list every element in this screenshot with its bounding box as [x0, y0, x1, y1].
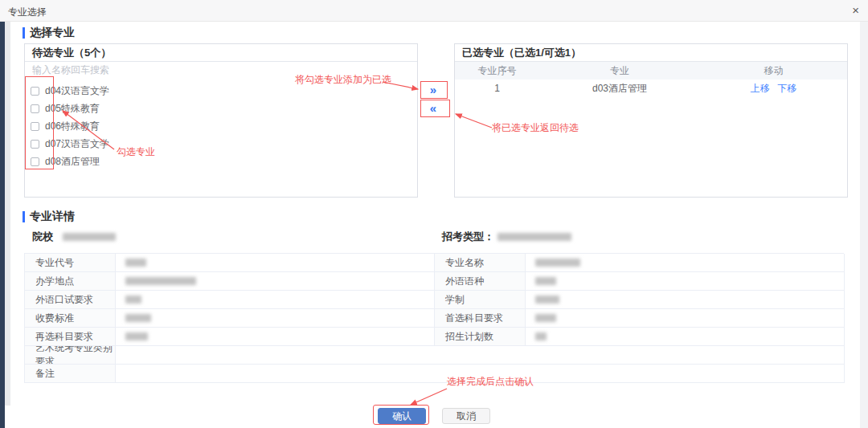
redacted-value	[125, 277, 196, 285]
confirm-button[interactable]: 确认	[378, 408, 426, 424]
redacted-value	[125, 259, 146, 267]
add-to-selected-button[interactable]: »	[421, 83, 444, 97]
dialog-titlebar: 专业选择 ×	[0, 0, 868, 22]
redacted-value	[535, 296, 559, 304]
major-label: d04汉语言文学	[45, 84, 109, 98]
detail-label: 外语语种	[435, 272, 526, 291]
detail-section-header: 专业详情	[23, 210, 75, 222]
redacted-value	[125, 332, 148, 340]
detail-label: 首选科目要求	[435, 309, 526, 328]
pending-majors-panel: 待选专业（5个） d04汉语言文学 d05特殊教育 d06特殊教育 d07汉语言…	[24, 43, 418, 198]
detail-value	[116, 346, 845, 365]
redacted-value	[125, 314, 151, 322]
checkbox-icon[interactable]	[31, 140, 39, 149]
list-item[interactable]: d05特殊教育	[30, 100, 417, 117]
redacted-value	[535, 259, 580, 267]
move-down-link[interactable]: 下移	[777, 83, 796, 94]
checkbox-icon[interactable]	[31, 104, 39, 113]
college-value-redacted	[63, 233, 116, 241]
detail-label: 外语口试要求	[25, 291, 116, 309]
dialog-title: 专业选择	[8, 6, 47, 19]
recruit-type-value-redacted	[497, 233, 571, 241]
cancel-button[interactable]: 取消	[442, 408, 490, 424]
college-label: 院校	[32, 230, 53, 244]
major-label: d07汉语言文学	[45, 137, 109, 151]
background-page-sliver-right	[860, 22, 868, 428]
select-section-title: 选择专业	[30, 26, 75, 40]
checkbox-icon[interactable]	[31, 87, 39, 96]
selected-panel-title: 已选专业（已选1/可选1）	[455, 44, 847, 62]
detail-label: 专业名称	[435, 254, 526, 272]
cell-move: 上移 下移	[700, 79, 847, 97]
pending-major-list: d04汉语言文学 d05特殊教育 d06特殊教育 d07汉语言文学 d08酒店管…	[25, 78, 417, 170]
detail-label: 艺术统考专业类别要求	[25, 346, 116, 365]
move-up-link[interactable]: 上移	[751, 83, 770, 94]
detail-value	[116, 254, 435, 272]
list-item[interactable]: d07汉语言文学	[30, 135, 417, 153]
detail-value	[526, 272, 845, 291]
col-header-move: 移动	[700, 62, 847, 79]
arrow-confirm-hint	[411, 389, 447, 405]
detail-label: 专业代号	[25, 254, 116, 272]
detail-label: 备注	[25, 365, 116, 383]
cell-major: d03酒店管理	[539, 79, 700, 97]
major-label: d05特殊教育	[45, 102, 100, 116]
detail-label: 办学地点	[25, 272, 116, 291]
detail-label: 再选科目要求	[25, 328, 116, 346]
redacted-value	[535, 277, 556, 285]
detail-value	[526, 328, 845, 346]
list-item[interactable]: d08酒店管理	[30, 153, 417, 170]
detail-section-title: 专业详情	[30, 210, 75, 224]
redacted-value	[535, 314, 556, 322]
annotation-check-major: 勾选专业	[117, 145, 155, 159]
recruit-type-label: 招考类型：	[442, 230, 494, 244]
detail-value	[116, 272, 435, 291]
checkbox-icon[interactable]	[31, 122, 39, 131]
annotation-return-selected: 将已选专业返回待选	[492, 121, 579, 135]
college-row: 院校	[32, 230, 116, 244]
table-row: 1 d03酒店管理 上移 下移	[455, 79, 847, 97]
col-header-seq: 专业序号	[455, 62, 539, 79]
detail-value	[526, 291, 845, 309]
major-label: d06特殊教育	[45, 120, 100, 133]
annotation-confirm-hint: 选择完成后点击确认	[447, 375, 534, 389]
annotation-add-selected: 将勾选专业添加为已选	[295, 73, 391, 87]
pending-panel-title: 待选专业（5个）	[25, 44, 417, 62]
detail-value	[116, 328, 435, 346]
detail-value	[116, 291, 435, 309]
detail-value	[116, 309, 435, 328]
detail-value	[526, 309, 845, 328]
selected-majors-table: 专业序号 专业 移动 1 d03酒店管理 上移 下移	[455, 62, 847, 97]
recruit-type-row: 招考类型：	[442, 230, 571, 244]
cell-seq: 1	[455, 79, 539, 97]
detail-label: 招生计划数	[435, 328, 526, 346]
background-page-sliver-left	[5, 22, 10, 406]
select-section-header: 选择专业	[23, 26, 75, 39]
table-header-row: 专业序号 专业 移动	[455, 62, 847, 79]
detail-label: 学制	[435, 291, 526, 309]
list-item[interactable]: d06特殊教育	[30, 117, 417, 135]
return-to-pending-button[interactable]: «	[421, 101, 444, 116]
section-accent-bar	[23, 211, 25, 222]
col-header-major: 专业	[539, 62, 700, 79]
major-detail-table: 专业代号 专业名称 办学地点 外语语种 外语口试要求 学制 收费标准 首选科目要…	[24, 253, 844, 383]
checkbox-icon[interactable]	[31, 157, 39, 166]
detail-value	[526, 254, 845, 272]
section-accent-bar	[23, 27, 25, 39]
redacted-value	[125, 296, 141, 304]
detail-label: 收费标准	[25, 309, 116, 328]
redacted-value	[535, 332, 547, 340]
major-label: d08酒店管理	[45, 155, 100, 169]
selected-majors-panel: 已选专业（已选1/可选1） 专业序号 专业 移动 1 d03酒店管理 上移 下移	[454, 43, 848, 198]
close-icon[interactable]: ×	[852, 3, 859, 18]
